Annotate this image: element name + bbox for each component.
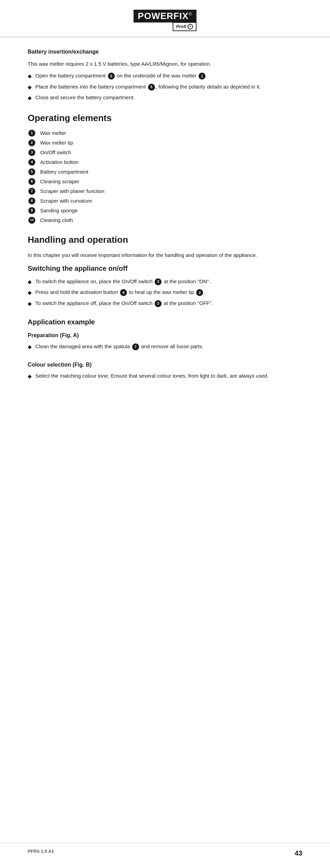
op-item-4: 4 Activation button xyxy=(28,158,302,166)
handling-intro: In this chapter you will receive importa… xyxy=(28,251,302,259)
op-item-9: 9 Sanding sponge xyxy=(28,207,302,214)
op-label-1: Wax melter xyxy=(40,129,66,137)
switching-bullet-2: ◆ Press and hold the activation button 4… xyxy=(28,288,302,297)
op-label-4: Activation button xyxy=(40,158,79,166)
switching-bullet-3: ◆ To switch the appliance off, place the… xyxy=(28,299,302,308)
page-container: POWERFIX® Profi+ GB Battery insertion/ex… xyxy=(0,0,330,868)
profi-plus: + xyxy=(187,24,193,29)
op-badge-4: 4 xyxy=(28,159,35,166)
badge-3a: 3 xyxy=(155,278,162,285)
op-badge-7: 7 xyxy=(28,188,35,195)
handling-section: Handling and operation In this chapter y… xyxy=(28,233,302,380)
badge-3b: 3 xyxy=(155,300,162,307)
op-item-10: 10 Cleaning cloth xyxy=(28,216,302,224)
colour-bullet-1: ◆ Select the matching colour tone. Ensur… xyxy=(28,372,302,380)
badge-7a: 7 xyxy=(132,343,139,350)
operating-heading: Operating elements xyxy=(28,112,302,125)
colour-section: Colour selection (Fig. B) ◆ Select the m… xyxy=(28,361,302,380)
application-section: Application example Preparation (Fig. A)… xyxy=(28,317,302,380)
application-heading: Application example xyxy=(28,317,302,327)
diamond-1: ◆ xyxy=(28,72,32,80)
battery-bullet-1: ◆ Open the battery compartment 5 on the … xyxy=(28,72,302,80)
switching-heading: Switching the appliance on/off xyxy=(28,264,302,274)
battery-bullet-2: ◆ Place the batteries into the battery c… xyxy=(28,83,302,91)
battery-bullet-2-text: Place the batteries into the battery com… xyxy=(35,83,261,91)
op-badge-2: 2 xyxy=(28,139,35,146)
switching-bullets: ◆ To switch the appliance on, place the … xyxy=(28,278,302,308)
colour-bullet-1-text: Select the matching colour tone. Ensure … xyxy=(35,372,269,380)
preparation-heading: Preparation (Fig. A) xyxy=(28,331,302,339)
op-label-5: Battery compartment xyxy=(40,168,88,175)
badge-5b: 5 xyxy=(148,84,155,91)
op-item-6: 6 Cleaning scraper xyxy=(28,178,302,185)
brand-text: POWERFIX xyxy=(138,11,189,21)
logo-brand: POWERFIX® xyxy=(134,10,196,22)
op-label-3: On/Off switch xyxy=(40,149,71,156)
op-badge-1: 1 xyxy=(28,130,35,137)
preparation-bullet-1-text: Clean the damaged area with the spatula … xyxy=(35,343,203,351)
switching-bullet-3-text: To switch the appliance off, place the O… xyxy=(35,299,213,307)
battery-bullet-1-text: Open the battery compartment 5 on the un… xyxy=(35,72,208,80)
operating-list: 1 Wax melter 2 Wax melter tip 3 On/Off s… xyxy=(28,129,302,224)
battery-heading: Battery insertion/exchange xyxy=(28,48,302,56)
op-badge-8: 8 xyxy=(28,197,35,204)
colour-heading: Colour selection (Fig. B) xyxy=(28,361,302,369)
op-badge-5: 5 xyxy=(28,168,35,175)
operating-section: Operating elements 1 Wax melter 2 Wax me… xyxy=(28,112,302,224)
diamond-2: ◆ xyxy=(28,83,32,91)
battery-bullet-3-text: Close and secure the battery compartment… xyxy=(35,94,135,102)
reg-mark: ® xyxy=(189,11,192,17)
switching-bullet-1-text: To switch the appliance on, place the On… xyxy=(35,278,210,286)
switch-diamond-2: ◆ xyxy=(28,289,32,297)
op-item-8: 8 Scraper with curvature xyxy=(28,197,302,204)
diamond-3: ◆ xyxy=(28,94,32,102)
op-label-6: Cleaning scraper xyxy=(40,178,79,185)
main-content: Battery insertion/exchange This wax melt… xyxy=(0,37,330,400)
battery-bullet-3: ◆ Close and secure the battery compartme… xyxy=(28,94,302,102)
battery-section: Battery insertion/exchange This wax melt… xyxy=(28,48,302,102)
badge-5a: 5 xyxy=(108,73,115,80)
preparation-bullets: ◆ Clean the damaged area with the spatul… xyxy=(28,343,302,351)
op-label-7: Scraper with planer function xyxy=(40,187,104,195)
switch-diamond-3: ◆ xyxy=(28,300,32,308)
switching-bullet-1: ◆ To switch the appliance on, place the … xyxy=(28,278,302,286)
footer-page: 43 xyxy=(295,848,302,858)
header: POWERFIX® Profi+ xyxy=(0,0,330,37)
footer-model: PFRS 1.5 A1 xyxy=(28,848,54,858)
colour-bullets: ◆ Select the matching colour tone. Ensur… xyxy=(28,372,302,380)
handling-heading: Handling and operation xyxy=(28,233,302,247)
op-badge-10: 10 xyxy=(28,217,35,224)
op-item-7: 7 Scraper with planer function xyxy=(28,187,302,195)
op-label-2: Wax melter tip xyxy=(40,139,73,146)
op-item-5: 5 Battery compartment xyxy=(28,168,302,175)
footer: PFRS 1.5 A1 43 xyxy=(0,843,330,858)
switch-diamond-1: ◆ xyxy=(28,278,32,286)
preparation-bullet-1: ◆ Clean the damaged area with the spatul… xyxy=(28,343,302,351)
logo: POWERFIX® Profi+ xyxy=(134,10,196,31)
op-badge-3: 3 xyxy=(28,149,35,156)
op-badge-6: 6 xyxy=(28,178,35,185)
op-label-8: Scraper with curvature xyxy=(40,197,92,204)
switching-section: Switching the appliance on/off ◆ To swit… xyxy=(28,264,302,308)
battery-intro: This wax melter requires 2 x 1.5 V batte… xyxy=(28,60,302,68)
op-badge-9: 9 xyxy=(28,207,35,214)
op-label-10: Cleaning cloth xyxy=(40,216,73,224)
op-item-3: 3 On/Off switch xyxy=(28,149,302,156)
colour-diamond-1: ◆ xyxy=(28,372,32,380)
preparation-section: Preparation (Fig. A) ◆ Clean the damaged… xyxy=(28,331,302,351)
prep-diamond-1: ◆ xyxy=(28,343,32,351)
op-label-9: Sanding sponge xyxy=(40,207,77,214)
op-item-1: 1 Wax melter xyxy=(28,129,302,137)
battery-bullets: ◆ Open the battery compartment 5 on the … xyxy=(28,72,302,102)
badge-1a: 1 xyxy=(199,73,205,80)
badge-2a: 2 xyxy=(196,289,203,296)
profi-text: Profi xyxy=(176,24,186,30)
logo-profi: Profi+ xyxy=(173,22,196,31)
switching-bullet-2-text: Press and hold the activation button 4 t… xyxy=(35,288,205,296)
op-item-2: 2 Wax melter tip xyxy=(28,139,302,146)
badge-4a: 4 xyxy=(120,289,127,296)
